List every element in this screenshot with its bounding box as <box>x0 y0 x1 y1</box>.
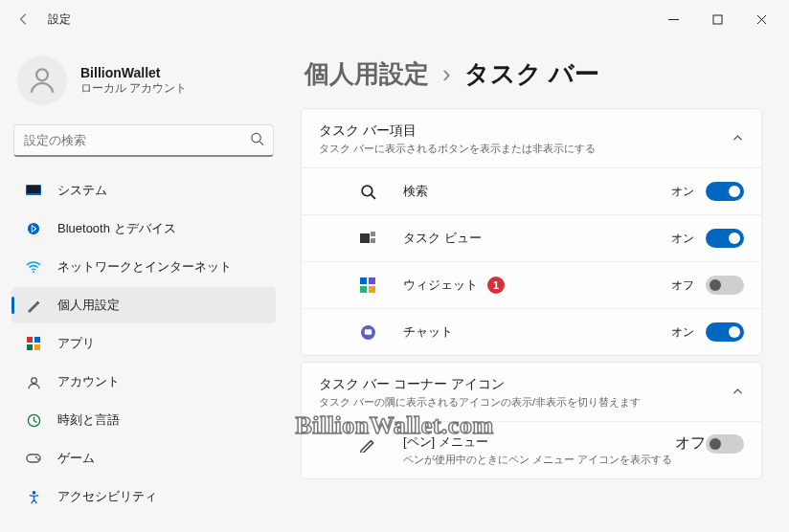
section-subtitle: タスク バーの隅に表示されるアイコンの表示/非表示を切り替えます <box>319 395 641 410</box>
svg-rect-25 <box>369 277 375 284</box>
account-name: BillionWallet <box>80 65 187 80</box>
toggle-pen-menu[interactable] <box>706 434 744 454</box>
toggle-state: オン <box>671 231 694 247</box>
wifi-icon <box>25 258 42 276</box>
row-label: 検索 <box>403 183 428 200</box>
close-button[interactable] <box>739 4 783 34</box>
sidebar-item-bluetooth[interactable]: Bluetooth とデバイス <box>11 211 276 247</box>
sidebar-item-label: アプリ <box>57 335 95 352</box>
chevron-right-icon: › <box>442 59 451 89</box>
sidebar-item-personalization[interactable]: 個人用設定 <box>11 287 276 323</box>
widgets-icon <box>357 277 378 293</box>
row-label: タスク ビュー <box>403 230 482 247</box>
system-icon <box>25 182 42 199</box>
back-button[interactable] <box>13 9 34 30</box>
chevron-up-icon <box>732 385 744 402</box>
svg-line-20 <box>371 194 374 198</box>
section-header[interactable]: タスク バー項目 タスク バーに表示されるボタンを表示または非表示にする <box>302 109 761 167</box>
svg-rect-23 <box>371 238 375 243</box>
chat-icon <box>357 324 378 341</box>
avatar <box>17 55 67 105</box>
toggle-chat[interactable] <box>706 322 744 342</box>
sidebar-item-label: ネットワークとインターネット <box>57 258 232 276</box>
section-corner-icons: タスク バー コーナー アイコン タスク バーの隅に表示されるアイコンの表示/非… <box>301 362 762 479</box>
sidebar-item-time-language[interactable]: 時刻と言語 <box>11 402 276 438</box>
svg-rect-27 <box>369 286 375 293</box>
task-view-icon <box>357 232 378 245</box>
sidebar-item-apps[interactable]: アプリ <box>11 325 276 362</box>
section-title: タスク バー項目 <box>319 122 596 140</box>
sidebar-item-accessibility[interactable]: アクセシビリティ <box>11 478 276 515</box>
svg-rect-10 <box>34 337 40 343</box>
apps-icon <box>25 335 42 352</box>
section-header[interactable]: タスク バー コーナー アイコン タスク バーの隅に表示されるアイコンの表示/非… <box>302 363 761 421</box>
row-label: [ペン] メニュー <box>403 433 672 451</box>
section-taskbar-items: タスク バー項目 タスク バーに表示されるボタンを表示または非表示にする 検索 … <box>301 108 762 356</box>
pen-icon <box>357 435 378 453</box>
section-title: タスク バー コーナー アイコン <box>319 376 641 393</box>
svg-point-16 <box>35 456 37 458</box>
toggle-widgets[interactable] <box>706 276 744 295</box>
svg-rect-29 <box>364 329 371 334</box>
bluetooth-icon <box>25 220 42 237</box>
svg-point-18 <box>32 490 35 494</box>
personalization-icon <box>25 297 42 314</box>
search-box[interactable] <box>13 124 274 157</box>
sidebar-item-label: ゲーム <box>57 450 95 467</box>
sidebar-item-network[interactable]: ネットワークとインターネット <box>11 249 276 285</box>
sidebar-item-label: システム <box>57 182 107 199</box>
svg-rect-6 <box>27 186 40 193</box>
svg-point-7 <box>28 223 39 234</box>
svg-rect-26 <box>360 286 367 293</box>
sidebar-item-label: 時刻と言語 <box>57 411 120 429</box>
chevron-up-icon <box>732 131 744 148</box>
row-search: 検索 オン <box>302 167 761 214</box>
sidebar-item-label: アカウント <box>57 373 120 390</box>
row-task-view: タスク ビュー オン <box>302 214 761 261</box>
minimize-button[interactable] <box>651 4 695 34</box>
maximize-button[interactable] <box>695 4 739 34</box>
account-type: ローカル アカウント <box>80 80 187 97</box>
breadcrumb: 個人用設定 › タスク バー <box>304 57 762 91</box>
svg-rect-1 <box>713 15 722 24</box>
svg-rect-15 <box>27 454 40 462</box>
svg-line-4 <box>259 142 263 145</box>
svg-point-2 <box>36 69 48 80</box>
time-icon <box>25 411 42 429</box>
row-widgets: ウィジェット 1 オフ <box>302 261 761 308</box>
row-chat: チャット オン <box>302 308 761 355</box>
window-title: 設定 <box>48 11 71 28</box>
search-icon <box>250 132 264 150</box>
account-block[interactable]: BillionWallet ローカル アカウント <box>11 50 276 119</box>
svg-rect-24 <box>360 277 367 284</box>
breadcrumb-current: タスク バー <box>464 57 599 91</box>
row-sublabel: ペンが使用中のときにペン メニュー アイコンを表示する <box>403 453 672 467</box>
toggle-task-view[interactable] <box>706 229 744 248</box>
sidebar-item-gaming[interactable]: ゲーム <box>11 440 276 477</box>
toggle-search[interactable] <box>706 182 744 201</box>
breadcrumb-parent[interactable]: 個人用設定 <box>304 57 429 91</box>
svg-point-19 <box>362 186 372 196</box>
svg-rect-22 <box>371 232 375 236</box>
row-label: チャット <box>403 323 453 341</box>
search-input[interactable] <box>13 124 274 157</box>
svg-rect-11 <box>27 344 33 350</box>
toggle-state: オフ <box>675 433 706 454</box>
gaming-icon <box>25 450 42 467</box>
accounts-icon <box>25 373 42 390</box>
section-subtitle: タスク バーに表示されるボタンを表示または非表示にする <box>319 142 596 156</box>
accessibility-icon <box>25 488 42 505</box>
toggle-state: オン <box>671 324 694 341</box>
row-label: ウィジェット <box>403 277 478 294</box>
sidebar-item-label: 個人用設定 <box>57 297 120 314</box>
notification-badge: 1 <box>487 277 505 294</box>
svg-rect-12 <box>34 344 40 350</box>
svg-point-17 <box>37 458 39 460</box>
sidebar-item-system[interactable]: システム <box>11 172 276 209</box>
sidebar-item-label: アクセシビリティ <box>57 488 157 505</box>
sidebar-item-accounts[interactable]: アカウント <box>11 364 276 400</box>
svg-rect-21 <box>360 233 370 243</box>
toggle-state: オフ <box>671 277 694 294</box>
svg-point-3 <box>252 133 260 142</box>
svg-rect-9 <box>27 337 33 343</box>
